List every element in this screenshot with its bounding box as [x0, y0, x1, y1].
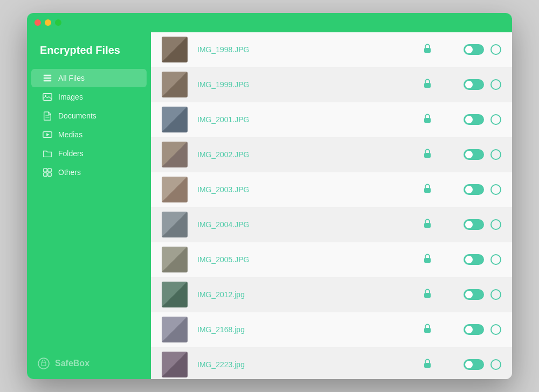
svg-rect-22 [424, 293, 431, 298]
file-thumbnail [162, 142, 188, 167]
lock-icon [424, 44, 431, 55]
file-option-button[interactable] [490, 114, 501, 125]
svg-rect-0 [44, 75, 51, 76]
file-name: IMG_2168.jpg [197, 325, 424, 334]
file-toggle[interactable] [464, 44, 484, 55]
file-name: IMG_2001.JPG [197, 115, 424, 124]
app-body: Encrypted Files All Files [27, 32, 512, 379]
file-thumbnail [162, 282, 188, 307]
file-option-button[interactable] [490, 324, 501, 335]
file-option-button[interactable] [490, 184, 501, 195]
svg-rect-24 [424, 363, 431, 368]
sidebar-item-images[interactable]: Images [31, 88, 147, 106]
app-window: Encrypted Files All Files [27, 13, 512, 379]
file-row: IMG_2004.JPG [151, 207, 512, 242]
lock-icon [424, 219, 431, 230]
file-toggle[interactable] [464, 79, 484, 90]
file-name: IMG_1998.JPG [197, 45, 424, 54]
sidebar-nav: All Files Images [27, 66, 151, 348]
file-toggle-area [464, 359, 501, 370]
sidebar: Encrypted Files All Files [27, 32, 151, 379]
sidebar-item-all-files[interactable]: All Files [31, 69, 147, 87]
documents-icon [42, 111, 53, 120]
svg-rect-12 [48, 173, 51, 176]
file-row: IMG_2002.JPG [151, 137, 512, 172]
file-row: IMG_2168.jpg [151, 312, 512, 347]
file-toggle-area [464, 289, 501, 300]
lock-icon [424, 359, 431, 370]
file-option-button[interactable] [490, 254, 501, 265]
svg-marker-8 [46, 133, 49, 136]
file-toggle-area [464, 184, 501, 195]
svg-rect-3 [43, 94, 52, 101]
close-button[interactable] [34, 19, 41, 26]
svg-rect-16 [424, 83, 431, 88]
svg-rect-19 [424, 188, 431, 193]
file-thumbnail [162, 212, 188, 237]
lock-icon [424, 114, 431, 125]
file-toggle-area [464, 254, 501, 265]
folders-icon [42, 149, 53, 158]
file-thumbnail [162, 177, 188, 202]
file-toggle[interactable] [464, 149, 484, 160]
file-row: IMG_1998.JPG [151, 32, 512, 67]
file-toggle[interactable] [464, 359, 484, 370]
file-thumbnail [162, 37, 188, 62]
file-toggle-area [464, 79, 501, 90]
lock-icon [424, 254, 431, 265]
minimize-button[interactable] [45, 19, 51, 26]
svg-rect-23 [424, 328, 431, 333]
file-row: IMG_2223.jpg [151, 347, 512, 379]
file-name: IMG_2005.JPG [197, 255, 424, 264]
traffic-lights [34, 19, 61, 26]
sidebar-item-documents[interactable]: Documents [31, 107, 147, 125]
file-toggle[interactable] [464, 219, 484, 230]
sidebar-label-documents: Documents [58, 111, 96, 120]
file-option-button[interactable] [490, 149, 501, 160]
file-name: IMG_2002.JPG [197, 150, 424, 159]
file-row: IMG_2012.jpg [151, 277, 512, 312]
svg-rect-15 [424, 48, 431, 53]
files-icon [42, 74, 53, 82]
file-toggle[interactable] [464, 289, 484, 300]
file-toggle[interactable] [464, 254, 484, 265]
file-name: IMG_2003.JPG [197, 185, 424, 194]
file-thumbnail [162, 107, 188, 132]
svg-rect-17 [424, 118, 431, 123]
lock-icon [424, 79, 431, 90]
svg-rect-2 [44, 80, 51, 82]
svg-rect-14 [42, 362, 46, 366]
file-option-button[interactable] [490, 219, 501, 230]
lock-icon [424, 324, 431, 335]
safebox-logo-icon [38, 358, 50, 369]
file-toggle[interactable] [464, 114, 484, 125]
sidebar-item-others[interactable]: Others [31, 163, 147, 181]
file-name: IMG_1999.JPG [197, 80, 424, 89]
file-option-button[interactable] [490, 359, 501, 370]
titlebar [27, 13, 512, 32]
main-content: IMG_1998.JPGIMG_1999.JPGIMG_2001.JPGIMG_… [151, 32, 512, 379]
sidebar-item-medias[interactable]: Medias [31, 125, 147, 144]
file-toggle[interactable] [464, 324, 484, 335]
file-thumbnail [162, 72, 188, 97]
sidebar-label-medias: Medias [58, 130, 82, 139]
svg-rect-18 [424, 153, 431, 158]
file-toggle[interactable] [464, 184, 484, 195]
file-row: IMG_2001.JPG [151, 102, 512, 137]
file-option-button[interactable] [490, 79, 501, 90]
lock-icon [424, 184, 431, 195]
svg-rect-20 [424, 223, 431, 228]
maximize-button[interactable] [55, 19, 61, 26]
svg-rect-9 [44, 169, 47, 172]
file-toggle-area [464, 44, 501, 55]
sidebar-label-folders: Folders [58, 149, 84, 158]
file-option-button[interactable] [490, 289, 501, 300]
lock-icon [424, 289, 431, 300]
svg-rect-10 [48, 169, 51, 172]
file-option-button[interactable] [490, 44, 501, 55]
file-row: IMG_1999.JPG [151, 67, 512, 102]
medias-icon [42, 130, 53, 139]
sidebar-title: Encrypted Files [27, 32, 151, 66]
sidebar-item-folders[interactable]: Folders [31, 144, 147, 163]
file-thumbnail [162, 247, 188, 272]
